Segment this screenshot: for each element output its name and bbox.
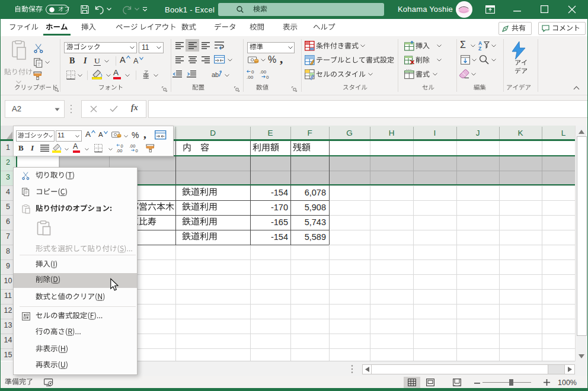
svg-text:0: 0: [266, 75, 269, 80]
svg-text:ab: ab: [212, 71, 219, 78]
svg-text:.00: .00: [129, 143, 135, 149]
svg-text:Z: Z: [478, 46, 481, 52]
svg-text:0: 0: [136, 148, 138, 153]
svg-text:0: 0: [251, 69, 254, 75]
svg-text:.00: .00: [247, 75, 254, 80]
svg-text:.00: .00: [260, 69, 267, 75]
svg-text:0: 0: [121, 143, 123, 149]
svg-text:.00: .00: [116, 148, 122, 153]
svg-text:A: A: [478, 40, 482, 46]
